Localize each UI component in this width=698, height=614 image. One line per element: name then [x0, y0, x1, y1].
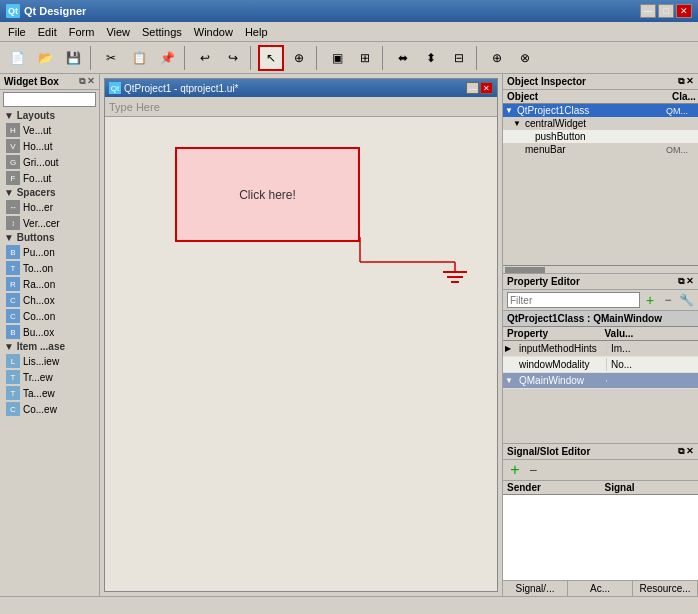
inspector-close-icon[interactable]: ✕: [686, 76, 694, 87]
property-filter-input[interactable]: [507, 292, 640, 308]
wb-category-buttons: ▼ Buttons: [0, 231, 99, 244]
main-layout: Widget Box ⧉ ✕ ▼ Layouts H Ve...ut V Ho.…: [0, 74, 698, 596]
object-inspector-header: Object Inspector ⧉ ✕: [503, 74, 698, 90]
sub-win-close[interactable]: ✕: [480, 82, 493, 94]
inspector-row-3[interactable]: menuBar OM...: [503, 143, 698, 156]
tool-cut[interactable]: ✂: [98, 45, 124, 71]
wb-item-formout[interactable]: F Fo...ut: [0, 170, 99, 186]
property-add-button[interactable]: +: [642, 292, 658, 308]
signal-slot-editor: Signal/Slot Editor ⧉ ✕ + − Sender Signal…: [503, 444, 698, 596]
wb-item-puon[interactable]: B Pu...on: [0, 244, 99, 260]
wb-item-veut[interactable]: H Ve...ut: [0, 122, 99, 138]
tool-save[interactable]: 💾: [60, 45, 86, 71]
inspector-float-icon[interactable]: ⧉: [678, 76, 684, 87]
title-bar-buttons: — □ ✕: [640, 4, 692, 18]
wb-item-chox[interactable]: C Ch...ox: [0, 292, 99, 308]
wb-item-raon[interactable]: R Ra...on: [0, 276, 99, 292]
tool-new[interactable]: 📄: [4, 45, 30, 71]
signal-add-button[interactable]: +: [507, 462, 523, 478]
wb-item-hout[interactable]: V Ho...ut: [0, 138, 99, 154]
tool-arrange1[interactable]: ⬌: [390, 45, 416, 71]
inspector-col-object: Object: [503, 90, 668, 103]
prop-name-1: windowModality: [515, 358, 606, 371]
wb-item-lisiew-label: Lis...iew: [23, 356, 59, 367]
menu-form[interactable]: Form: [63, 24, 101, 40]
form-canvas[interactable]: Click here!: [105, 117, 497, 591]
menu-edit[interactable]: Edit: [32, 24, 63, 40]
wb-item-lisiew[interactable]: L Lis...iew: [0, 353, 99, 369]
wb-item-vercer[interactable]: ↕ Ver...cer: [0, 215, 99, 231]
property-float-icon[interactable]: ⧉: [678, 276, 684, 287]
tool-connect[interactable]: ⊕: [286, 45, 312, 71]
prop-row-qmainwindow[interactable]: ▼ QMainWindow: [503, 373, 698, 389]
tool-extra2[interactable]: ⊗: [512, 45, 538, 71]
signal-footer-tab-2[interactable]: Resource...: [633, 581, 698, 596]
prop-val-1: No...: [606, 358, 698, 371]
inspector-row-0[interactable]: ▼ QtProject1Class QM...: [503, 104, 698, 117]
widget-box-float-icon[interactable]: ⧉: [79, 76, 85, 87]
tool-redo[interactable]: ↪: [220, 45, 246, 71]
inspector-expand-0: ▼: [505, 106, 515, 115]
minimize-button[interactable]: —: [640, 4, 656, 18]
prop-row-windowModality[interactable]: windowModality No...: [503, 357, 698, 373]
wb-item-trew[interactable]: T Tr...ew: [0, 369, 99, 385]
menu-file[interactable]: File: [2, 24, 32, 40]
tool-arrange3[interactable]: ⊟: [446, 45, 472, 71]
prop-expand-0: ▶: [503, 344, 515, 353]
canvas-area[interactable]: Qt QtProject1 - qtproject1.ui* — ✕ Type …: [100, 74, 502, 596]
inspector-scrollbar-h[interactable]: [503, 265, 698, 273]
tool-extra1[interactable]: ⊕: [484, 45, 510, 71]
wb-item-coon[interactable]: C Co...on: [0, 308, 99, 324]
signal-body[interactable]: [503, 495, 698, 580]
property-remove-button[interactable]: −: [660, 292, 676, 308]
tool-copy[interactable]: 📋: [126, 45, 152, 71]
signal-footer-tab-0[interactable]: Signal/...: [503, 581, 568, 596]
tool-layout2[interactable]: ⊞: [352, 45, 378, 71]
wb-item-buox[interactable]: B Bu...ox: [0, 324, 99, 340]
tool-open[interactable]: 📂: [32, 45, 58, 71]
menu-view[interactable]: View: [100, 24, 136, 40]
tool-pointer[interactable]: ↖: [258, 45, 284, 71]
click-here-button[interactable]: Click here!: [175, 147, 360, 242]
sub-window-menu-bar[interactable]: Type Here: [105, 97, 497, 117]
wb-item-hoer-label: Ho...er: [23, 202, 53, 213]
sub-window: Qt QtProject1 - qtproject1.ui* — ✕ Type …: [104, 78, 498, 592]
widget-box-search[interactable]: [3, 92, 96, 107]
wb-item-coew-label: Co...ew: [23, 404, 57, 415]
property-context: QtProject1Class : QMainWindow: [503, 311, 698, 327]
prop-row-inputMethodHints[interactable]: ▶ inputMethodHints Im...: [503, 341, 698, 357]
wb-item-hoer[interactable]: ↔ Ho...er: [0, 199, 99, 215]
tool-paste[interactable]: 📌: [154, 45, 180, 71]
property-close-icon[interactable]: ✕: [686, 276, 694, 287]
tool-arrange2[interactable]: ⬍: [418, 45, 444, 71]
tool-undo[interactable]: ↩: [192, 45, 218, 71]
signal-remove-button[interactable]: −: [525, 462, 541, 478]
wb-item-taew[interactable]: T Ta...ew: [0, 385, 99, 401]
sub-win-minimize[interactable]: —: [466, 82, 479, 94]
wb-item-coon-label: Co...on: [23, 311, 55, 322]
property-settings-button[interactable]: 🔧: [678, 292, 694, 308]
signal-float-icon[interactable]: ⧉: [678, 446, 684, 457]
sub-window-menu-placeholder[interactable]: Type Here: [109, 101, 160, 113]
menu-settings[interactable]: Settings: [136, 24, 188, 40]
signal-close-icon[interactable]: ✕: [686, 446, 694, 457]
sub-window-buttons: — ✕: [466, 82, 493, 94]
tool-layout1[interactable]: ▣: [324, 45, 350, 71]
wb-item-gridout[interactable]: G Gri...out: [0, 154, 99, 170]
property-toolbar: + − 🔧: [503, 290, 698, 311]
inspector-row-2[interactable]: pushButton: [503, 130, 698, 143]
wb-item-coew[interactable]: C Co...ew: [0, 401, 99, 417]
wb-item-toon[interactable]: T To...on: [0, 260, 99, 276]
property-col-value: Valu...: [601, 327, 699, 340]
maximize-button[interactable]: □: [658, 4, 674, 18]
signal-footer-tab-1[interactable]: Ac...: [568, 581, 633, 596]
wb-item-hout-label: Ho...ut: [23, 141, 52, 152]
right-panels: Object Inspector ⧉ ✕ Object Cla... ▼ QtP…: [502, 74, 698, 596]
menu-window[interactable]: Window: [188, 24, 239, 40]
menu-help[interactable]: Help: [239, 24, 274, 40]
wb-item-puon-icon: B: [6, 245, 20, 259]
inspector-row-1[interactable]: ▼ centralWidget: [503, 117, 698, 130]
inspector-scrollbar-thumb[interactable]: [505, 267, 545, 273]
close-button[interactable]: ✕: [676, 4, 692, 18]
widget-box-close-icon[interactable]: ✕: [87, 76, 95, 87]
